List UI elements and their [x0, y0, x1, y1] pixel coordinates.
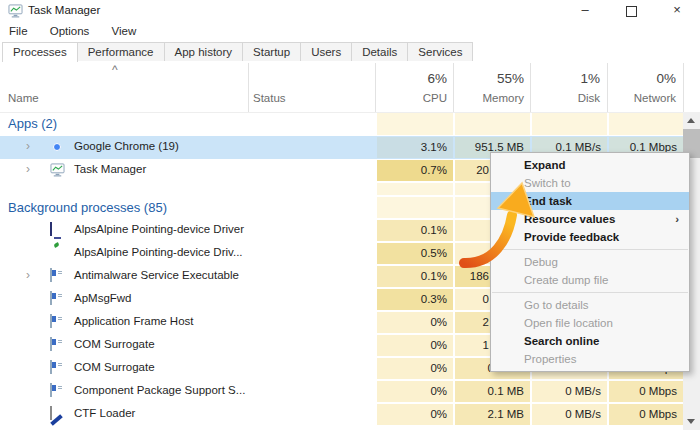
tab-details[interactable]: Details [351, 42, 408, 61]
cpu-value: 0% [377, 381, 453, 402]
close-button[interactable]: × [654, 0, 700, 22]
window-title: Task Manager [28, 4, 100, 16]
network-value: 0 Mbps [609, 404, 683, 425]
maximize-icon [626, 6, 637, 17]
tab-processes[interactable]: Processes [2, 42, 78, 62]
process-name: Google Chrome (19) [74, 136, 179, 159]
column-cpu[interactable]: CPU [375, 92, 447, 104]
cpu-value: 0% [377, 335, 453, 356]
tab-startup[interactable]: Startup [242, 42, 301, 61]
group-label: Apps (2) [8, 112, 57, 136]
memory-total-percent: 55% [453, 71, 524, 86]
menu-item-expand[interactable]: Expand [491, 156, 689, 174]
tab-app-history[interactable]: App history [164, 42, 244, 61]
menu-item-end-task[interactable]: End task [491, 192, 689, 210]
cpu-value: 0% [377, 358, 453, 379]
process-name: Antimalware Service Executable [74, 265, 239, 288]
expander-icon[interactable]: › [26, 159, 30, 182]
maximize-button[interactable] [608, 0, 654, 22]
window-icon [50, 291, 52, 305]
menu-separator [492, 292, 688, 293]
window-icon [50, 360, 52, 374]
expander-icon[interactable]: › [26, 265, 30, 288]
menu-item-switch-to: Switch to [491, 174, 689, 192]
process-name: Task Manager [74, 159, 146, 182]
cpu-total-percent: 6% [375, 71, 447, 86]
process-name: CTF Loader [74, 403, 135, 426]
menu-item-provide-feedback[interactable]: Provide feedback [491, 228, 689, 246]
cpu-value: 0.3% [377, 289, 453, 310]
task-manager-icon [50, 163, 65, 177]
menu-item-create-dump-file: Create dump file [491, 271, 689, 289]
cpu-value: 0.1% [377, 266, 453, 287]
menu-item-resource-values[interactable]: Resource values › [491, 210, 689, 228]
cpu-value: 0% [377, 404, 453, 425]
minimize-button[interactable]: – [562, 0, 608, 22]
title-bar: Task Manager – × [0, 0, 700, 22]
tab-performance[interactable]: Performance [77, 42, 165, 61]
table-row-component-package[interactable]: Component Package Support S... 0% 0.1 MB… [0, 380, 683, 403]
tab-bar: Processes Performance App history Startu… [0, 42, 700, 62]
group-label: Background processes (85) [8, 196, 167, 219]
menu-options[interactable]: Options [50, 25, 90, 37]
column-disk[interactable]: Disk [530, 92, 600, 104]
menu-bar: File Options View [0, 22, 700, 42]
menu-view[interactable]: View [112, 25, 137, 37]
process-name: COM Surrogate [74, 357, 155, 380]
process-name: AlpsAlpine Pointing-device Driver [74, 219, 244, 242]
task-manager-icon [8, 4, 23, 18]
process-name: Component Package Support S... [74, 380, 245, 403]
cpu-value: 3.1% [377, 137, 453, 158]
tab-services[interactable]: Services [407, 42, 473, 61]
table-row-ctf-loader[interactable]: CTF Loader 0% 2.1 MB 0 MB/s 0 Mbps [0, 403, 683, 426]
window-icon [50, 314, 52, 328]
pen-document-icon [50, 406, 52, 420]
scroll-up-icon[interactable] [683, 112, 700, 129]
window-icon [50, 383, 52, 397]
column-header-row: ^ 6% 55% 1% 0% Name Status CPU Memory Di… [0, 61, 700, 113]
window-icon [50, 337, 52, 351]
process-name: Application Frame Host [74, 311, 194, 334]
cpu-value: 0.7% [377, 160, 453, 181]
column-name[interactable]: Name [8, 92, 39, 104]
menu-item-open-file-location: Open file location [491, 314, 689, 332]
memory-value: 0.1 MB [455, 381, 530, 402]
column-network[interactable]: Network [607, 92, 676, 104]
column-status[interactable]: Status [253, 92, 286, 104]
context-menu: Expand Switch to End task Resource value… [490, 152, 690, 372]
scroll-down-icon[interactable] [683, 413, 700, 430]
cpu-value: 0.1% [377, 220, 453, 241]
cpu-value: 0.5% [377, 243, 453, 264]
menu-item-debug: Debug [491, 253, 689, 271]
menu-item-go-to-details: Go to details [491, 296, 689, 314]
network-value: 0 Mbps [609, 381, 683, 402]
menu-item-search-online[interactable]: Search online [491, 332, 689, 350]
menu-item-label: Resource values [524, 213, 615, 225]
disk-total-percent: 1% [530, 71, 600, 86]
monitor-icon [50, 222, 52, 236]
cpu-value: 0% [377, 312, 453, 333]
disk-value: 0 MB/s [532, 381, 607, 402]
group-header-apps[interactable]: Apps (2) [0, 112, 683, 136]
menu-file[interactable]: File [9, 25, 28, 37]
memory-value: 2.1 MB [455, 404, 530, 425]
process-name: COM Surrogate [74, 334, 155, 357]
sort-ascending-icon: ^ [112, 63, 118, 77]
window-icon [50, 268, 52, 282]
submenu-arrow-icon: › [675, 210, 679, 228]
disk-value: 0 MB/s [532, 404, 607, 425]
tab-users[interactable]: Users [300, 42, 352, 61]
menu-separator [492, 249, 688, 250]
task-manager-window: Task Manager – × File Options View Proce… [0, 0, 700, 430]
process-name: ApMsgFwd [74, 288, 132, 311]
network-total-percent: 0% [607, 71, 676, 86]
expander-icon[interactable]: › [26, 136, 30, 159]
process-name: AlpsAlpine Pointing-device Driv... [74, 242, 243, 265]
menu-item-properties: Properties [491, 350, 689, 368]
column-memory[interactable]: Memory [453, 92, 524, 104]
